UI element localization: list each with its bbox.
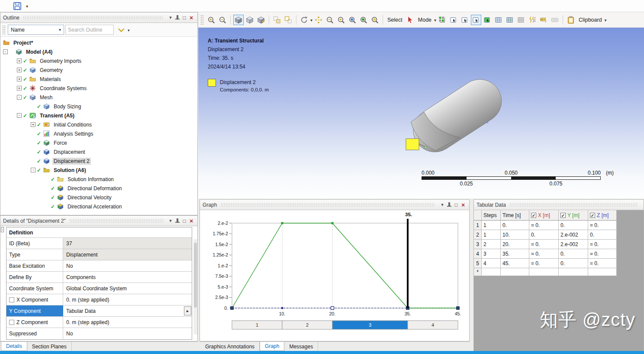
column-header-x-m[interactable]: X [m] — [529, 210, 559, 221]
tree-item-directional-acceleration[interactable]: Directional Acceleration — [0, 202, 197, 211]
step-segment-2[interactable]: 2 — [282, 321, 332, 329]
geometry-viewport[interactable]: A: Transient Structural Displacement 2 T… — [198, 28, 644, 198]
tabular-cell[interactable]: 0. — [501, 221, 529, 230]
selection-information-button[interactable] — [538, 15, 549, 25]
scrollbar-thumb[interactable] — [194, 243, 197, 308]
details-row-id-beta[interactable]: ID (Beta)37 — [6, 238, 192, 249]
tree-item-geometry-imports[interactable]: Geometry Imports — [0, 56, 197, 65]
tree-item-analysis-settings[interactable]: Analysis Settings — [0, 129, 197, 138]
collapse-caret-icon[interactable] — [167, 14, 174, 21]
dropdown-caret-icon[interactable] — [310, 17, 312, 23]
maximize-icon[interactable] — [181, 218, 188, 224]
details-row-define-by[interactable]: Define ByComponents — [6, 272, 192, 283]
details-row-z-component[interactable]: Z Component0. m (step applied) — [6, 317, 192, 328]
tabular-cell[interactable]: 0. — [529, 230, 559, 240]
select-node-filter-button[interactable] — [493, 15, 504, 25]
tabular-cell[interactable]: 2.e-002 — [559, 230, 588, 240]
tabular-cell[interactable]: = 0. — [588, 249, 617, 259]
tabular-cell[interactable]: 2.e-002 — [559, 240, 588, 249]
tree-item-directional-velocity[interactable]: Directional Velocity — [0, 193, 197, 202]
tabular-cell[interactable] — [482, 268, 501, 276]
collapse-icon[interactable] — [17, 113, 22, 118]
column-header-y-m[interactable]: Y [m] — [559, 210, 588, 221]
tab-graphics-annotations[interactable]: Graphics Annotations — [200, 342, 260, 351]
tree-item-solution-a6[interactable]: Solution (A6) — [0, 166, 197, 175]
new-figure-button[interactable] — [283, 15, 293, 25]
close-icon[interactable] — [188, 218, 195, 224]
tabular-cell[interactable]: 35. — [501, 249, 529, 259]
tabular-cell[interactable]: 0. — [559, 249, 588, 259]
zoom-in-tool-button[interactable] — [336, 15, 346, 25]
collapse-icon[interactable] — [3, 49, 8, 54]
tree-item-mesh[interactable]: Mesh — [0, 93, 197, 102]
details-row-suppressed[interactable]: SuppressedNo — [6, 328, 192, 339]
expand-icon[interactable] — [17, 86, 22, 91]
toolbar-drag-handle[interactable] — [2, 25, 5, 35]
tabular-cell[interactable]: = 0. — [588, 240, 617, 249]
select-body-filter-button[interactable] — [482, 15, 493, 25]
component-checkbox[interactable] — [9, 320, 14, 325]
column-checkbox[interactable] — [531, 213, 536, 218]
tabular-cell[interactable]: = 0. — [529, 259, 559, 268]
tree-item-solution-information[interactable]: Solution Information — [0, 175, 197, 184]
tabular-cell[interactable]: = 0. — [588, 221, 617, 230]
extend-selection-button[interactable] — [516, 15, 526, 25]
details-row-coordinate-system[interactable]: Coordinate SystemGlobal Coordinate Syste… — [6, 283, 192, 294]
zoom-to-fit-button[interactable] — [358, 15, 369, 25]
select-mode-cursor-icon[interactable] — [405, 15, 415, 25]
column-checkbox[interactable] — [590, 213, 595, 218]
wireframe-button[interactable] — [245, 15, 255, 25]
definition-collapse-box[interactable] — [1, 227, 4, 232]
tree-item-model-a4[interactable]: Model (A4) — [0, 47, 197, 56]
save-dropdown-caret-icon[interactable] — [26, 3, 28, 9]
maximize-icon[interactable] — [453, 201, 460, 208]
column-header-z-m[interactable]: Z [m] — [588, 210, 617, 221]
expand-icon[interactable] — [17, 68, 22, 72]
tree-item-geometry[interactable]: Geometry — [0, 65, 197, 75]
tabular-cell[interactable]: 0. — [559, 259, 588, 268]
box-zoom-button[interactable] — [347, 15, 357, 25]
tree-item-displacement[interactable]: Displacement — [0, 147, 197, 156]
tree-item-body-sizing[interactable]: Body Sizing — [0, 102, 197, 111]
save-icon[interactable] — [13, 2, 22, 10]
collapse-caret-icon[interactable] — [439, 201, 446, 208]
tabular-cell[interactable]: = 0. — [529, 240, 559, 249]
collapse-caret-icon[interactable] — [167, 218, 174, 224]
tree-item-coordinate-systems[interactable]: Coordinate Systems — [0, 84, 197, 93]
collapse-icon[interactable] — [17, 95, 22, 100]
details-value[interactable]: No — [63, 328, 192, 339]
step-segment-1[interactable]: 1 — [232, 321, 282, 329]
name-filter-combobox[interactable]: Name — [8, 25, 64, 35]
tabular-cell[interactable] — [559, 268, 588, 276]
tabular-cell[interactable]: 1 — [482, 221, 501, 230]
tabular-cell[interactable] — [501, 268, 529, 276]
rotate-button[interactable] — [299, 15, 309, 25]
tabular-data-flyout-button[interactable] — [184, 306, 191, 315]
tree-item-directional-deformation[interactable]: Directional Deformation — [0, 184, 197, 193]
shaded-exterior-button[interactable] — [233, 15, 244, 25]
tab-section-planes[interactable]: Section Planes — [27, 342, 72, 351]
expand-search-chevron-icon[interactable] — [118, 26, 124, 32]
zoom-out-button[interactable] — [217, 15, 228, 25]
tabular-cell[interactable]: 3 — [482, 249, 501, 259]
expand-icon[interactable] — [17, 77, 22, 81]
label-selection-filter-button[interactable] — [437, 15, 448, 25]
select-element-filter-button[interactable] — [505, 15, 515, 25]
tabular-cell[interactable]: 45. — [501, 259, 529, 268]
tabular-cell[interactable]: = 0. — [588, 259, 617, 268]
details-value[interactable]: Tabular Data — [63, 305, 192, 316]
close-icon[interactable] — [460, 201, 467, 208]
tree-item-project[interactable]: Project* — [0, 38, 197, 47]
tabular-cell[interactable]: 1 — [482, 230, 501, 240]
pin-icon[interactable] — [446, 201, 453, 208]
dropdown-caret-icon[interactable] — [434, 17, 436, 23]
details-value[interactable]: Global Coordinate System — [63, 283, 192, 294]
details-row-y-component[interactable]: Y ComponentTabular Data — [6, 305, 192, 317]
search-outline-input[interactable] — [65, 25, 114, 35]
tab-messages[interactable]: Messages — [284, 342, 318, 351]
pan-button[interactable] — [313, 15, 324, 25]
annotation-tag-button[interactable] — [550, 15, 560, 25]
select-vertex-filter-button[interactable] — [448, 15, 459, 25]
zoom-in-button[interactable] — [206, 15, 216, 25]
details-row-x-component[interactable]: X Component0. m (step applied) — [6, 294, 192, 305]
